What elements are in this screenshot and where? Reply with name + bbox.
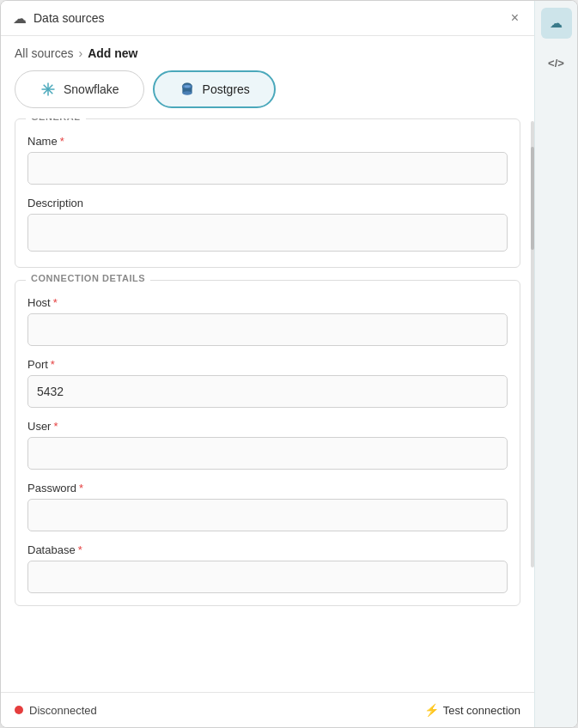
tab-snowflake-label: Snowflake xyxy=(64,82,119,96)
password-required: * xyxy=(79,482,83,494)
title-bar: ☁ Data sources × xyxy=(1,1,534,36)
status-dot xyxy=(15,706,23,714)
window-title: Data sources xyxy=(33,11,104,25)
breadcrumb-link[interactable]: All sources xyxy=(15,46,73,60)
sidebar-cloud-icon: ☁ xyxy=(550,15,563,31)
name-field: Name * xyxy=(27,135,508,185)
password-label: Password * xyxy=(27,482,508,494)
close-button[interactable]: × xyxy=(508,9,522,27)
name-input[interactable] xyxy=(27,152,508,185)
database-field: Database * xyxy=(27,543,508,593)
user-input[interactable] xyxy=(27,437,508,470)
user-field: User * xyxy=(27,420,508,470)
port-label: Port * xyxy=(27,358,508,371)
description-label: Description xyxy=(27,197,508,209)
general-legend: GENERAL xyxy=(26,118,86,122)
connection-details-section: CONNECTION DETAILS Host * Port * xyxy=(15,280,520,606)
connection-legend: CONNECTION DETAILS xyxy=(26,273,150,283)
description-field: Description xyxy=(27,197,508,255)
test-connection-label: Test connection xyxy=(443,704,520,717)
tab-snowflake[interactable]: Snowflake xyxy=(15,70,144,108)
breadcrumb: All sources › Add new xyxy=(1,36,534,70)
content-area: GENERAL Name * Description xyxy=(1,118,534,692)
user-label: User * xyxy=(27,420,508,433)
host-label: Host * xyxy=(27,296,508,309)
host-field: Host * xyxy=(27,296,508,346)
password-field: Password * xyxy=(27,482,508,531)
sidebar-cloud-button[interactable]: ☁ xyxy=(541,8,572,39)
name-required: * xyxy=(60,135,64,148)
sidebar-code-button[interactable]: </> xyxy=(541,47,572,78)
breadcrumb-separator: › xyxy=(78,46,82,60)
tab-row: Snowflake Postgres xyxy=(1,70,534,118)
scrollbar[interactable] xyxy=(531,121,534,567)
postgres-icon xyxy=(179,81,196,98)
tab-postgres-label: Postgres xyxy=(203,82,250,96)
database-input[interactable] xyxy=(27,561,508,593)
port-required: * xyxy=(51,358,55,371)
breadcrumb-current: Add new xyxy=(88,46,137,60)
user-required: * xyxy=(53,420,58,433)
port-input[interactable] xyxy=(27,375,508,408)
general-section: GENERAL Name * Description xyxy=(15,118,520,268)
svg-point-8 xyxy=(184,85,190,88)
host-input[interactable] xyxy=(27,313,508,346)
host-required: * xyxy=(53,296,58,309)
database-label: Database * xyxy=(27,543,508,556)
tab-postgres[interactable]: Postgres xyxy=(153,70,276,108)
description-input[interactable] xyxy=(27,214,508,252)
status-label: Disconnected xyxy=(29,704,97,717)
status-area: Disconnected xyxy=(15,704,97,717)
name-label: Name * xyxy=(27,135,508,148)
footer-bar: Disconnected ⚡ Test connection xyxy=(1,692,534,727)
cloud-icon: ☁ xyxy=(13,10,27,27)
port-field: Port * xyxy=(27,358,508,408)
test-connection-button[interactable]: ⚡ Test connection xyxy=(424,703,520,717)
svg-point-6 xyxy=(182,91,192,95)
bolt-icon: ⚡ xyxy=(424,703,439,717)
password-input[interactable] xyxy=(27,499,508,531)
right-sidebar: ☁ </> xyxy=(534,1,577,727)
sidebar-code-icon: </> xyxy=(548,57,564,70)
snowflake-icon xyxy=(40,81,57,98)
database-required: * xyxy=(78,543,82,556)
